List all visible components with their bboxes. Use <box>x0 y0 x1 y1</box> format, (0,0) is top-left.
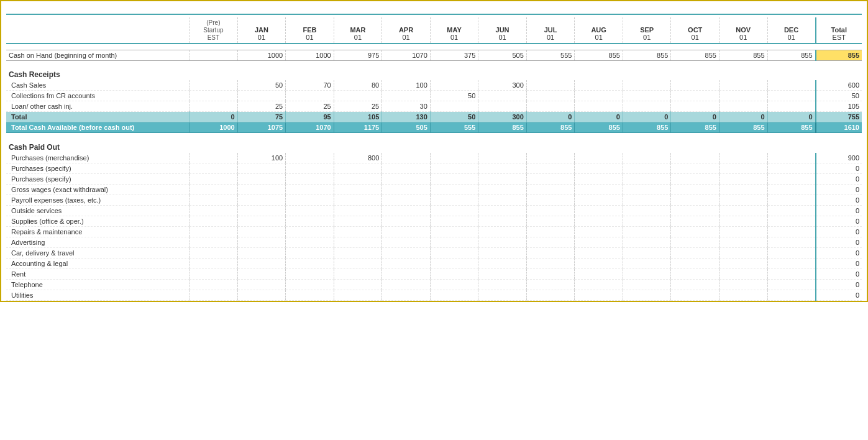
table-row: Cash Sales507080100300600 <box>6 80 862 91</box>
table-row: Advertising0 <box>6 237 862 247</box>
col-may: MAY01 <box>430 17 478 44</box>
col-jun: JUN01 <box>478 17 527 44</box>
table-row: Telephone0 <box>6 279 862 290</box>
spacer-row <box>6 60 862 66</box>
table-row: Total Cash Available (before cash out)10… <box>6 122 862 133</box>
table-row: Accounting & legal0 <box>6 258 862 268</box>
table-row: Purchases (specify)0 <box>6 163 862 173</box>
col-jan: JAN01 <box>237 17 286 44</box>
cash-on-hand-row: Cash on Hand (beginning of month)1000100… <box>6 50 862 60</box>
table-row: Repairs & maintenance0 <box>6 226 862 237</box>
col-dec: DEC01 <box>767 17 816 44</box>
col-jul: JUL01 <box>526 17 575 44</box>
table-row: Loan/ other cash inj.25252530105 <box>6 101 862 112</box>
fiscal-header <box>6 17 190 44</box>
table-row: Total0759510513050300000000755 <box>6 112 862 122</box>
cash-flow-table: (Pre)StartupEST JAN01 FEB01 MAR01 APR01 … <box>6 17 862 301</box>
section-header: Cash Paid Out <box>6 139 862 153</box>
col-startup: (Pre)StartupEST <box>190 17 238 44</box>
table-row: Rent0 <box>6 268 862 279</box>
col-mar: MAR01 <box>334 17 382 44</box>
table-row: Purchases (merchandise)100800900 <box>6 153 862 163</box>
col-sep: SEP01 <box>623 17 671 44</box>
table-row: Gross wages (exact withdrawal)0 <box>6 184 862 195</box>
spacer-row <box>6 133 862 139</box>
col-feb: FEB01 <box>286 17 334 44</box>
col-total: TotalEST <box>816 17 862 44</box>
table-row: Payroll expenses (taxes, etc.)0 <box>6 195 862 205</box>
spacer-row <box>6 44 862 50</box>
col-apr: APR01 <box>382 17 431 44</box>
title-bar <box>6 6 862 15</box>
col-oct: OCT01 <box>671 17 720 44</box>
col-aug: AUG01 <box>575 17 623 44</box>
table-row: Utilities0 <box>6 290 862 300</box>
table-row: Car, delivery & travel0 <box>6 247 862 258</box>
table-row: Outside services0 <box>6 205 862 216</box>
col-nov: NOV01 <box>719 17 767 44</box>
table-row: Purchases (specify)0 <box>6 173 862 184</box>
section-header: Cash Receipts <box>6 66 862 80</box>
table-row: Supplies (office & oper.)0 <box>6 216 862 226</box>
table-row: Collections fm CR accounts5050 <box>6 91 862 101</box>
column-header-row: (Pre)StartupEST JAN01 FEB01 MAR01 APR01 … <box>6 17 862 44</box>
